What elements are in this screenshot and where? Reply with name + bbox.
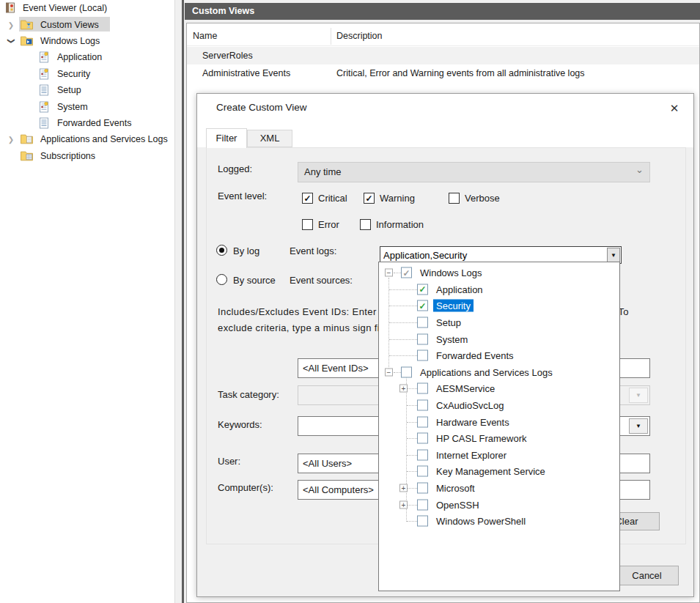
collapse-icon[interactable]: − [385, 368, 393, 376]
expand-icon[interactable]: + [399, 484, 408, 492]
tree-item-windows-powershell[interactable]: Windows PowerShell [379, 513, 619, 530]
pane-splitter[interactable] [182, 0, 184, 603]
error-label[interactable]: Error [318, 219, 339, 230]
tree-item-label[interactable]: Setup [436, 317, 461, 328]
tree-item-application[interactable]: ✓ Application [379, 281, 619, 298]
tree-item-key-management-service[interactable]: Key Management Service [379, 463, 619, 480]
expand-icon[interactable]: + [399, 385, 408, 393]
verbose-label[interactable]: Verbose [465, 193, 500, 204]
checkbox-setup[interactable] [417, 317, 428, 328]
checkbox-microsoft[interactable] [417, 483, 428, 494]
checkbox-security[interactable]: ✓ [417, 300, 428, 311]
tree-item-applications-services-logs[interactable]: − Applications and Services Logs [379, 364, 619, 381]
expand-icon[interactable]: + [399, 500, 408, 508]
checkbox-information[interactable] [360, 219, 371, 230]
tree-item-forwarded-events[interactable]: Forwarded Events [379, 347, 619, 364]
tree-item-label[interactable]: Key Management Service [436, 466, 545, 477]
tree-item-aesmservice[interactable]: + AESMService [379, 380, 619, 397]
tree-item-system[interactable]: System [0, 98, 174, 114]
tree-item-label[interactable]: Windows PowerShell [436, 516, 526, 527]
checkbox-application[interactable]: ✓ [417, 284, 428, 295]
dropdown-button[interactable]: ▼ [607, 248, 620, 262]
tree-item-microsoft[interactable]: + Microsoft [379, 480, 619, 497]
by-source-label[interactable]: By source [233, 275, 276, 286]
row-name: ServerRoles [202, 51, 253, 61]
logged-select[interactable]: Any time ⌄ [298, 162, 650, 182]
tree-item-label[interactable]: Applications and Services Logs [420, 366, 553, 377]
tree-item-windows-logs[interactable]: ❯ Windows Logs [0, 33, 174, 49]
checkbox-aesmservice[interactable] [417, 383, 428, 394]
checkbox-windows-powershell[interactable] [417, 516, 428, 527]
chevron-down-icon[interactable]: ❯ [7, 37, 15, 45]
tree-item-label[interactable]: OpenSSH [436, 499, 479, 510]
tab-xml[interactable]: XML [247, 130, 292, 147]
tree-item-custom-views[interactable]: ❯ Custom Views [0, 16, 174, 32]
radio-by-log[interactable] [216, 245, 227, 256]
column-divider[interactable] [331, 28, 331, 45]
cancel-button[interactable]: Cancel [615, 566, 679, 585]
tree-item-security[interactable]: Security [0, 66, 174, 82]
checkbox-hardware-events[interactable] [417, 416, 428, 427]
checkbox-hp-casl-framework[interactable] [417, 433, 428, 444]
tree-item-label[interactable]: Application [436, 284, 483, 295]
checkbox-error[interactable] [302, 219, 313, 230]
by-log-label[interactable]: By log [233, 245, 259, 256]
information-label[interactable]: Information [376, 219, 424, 230]
checkbox-openssh[interactable] [417, 499, 428, 510]
checkbox-verbose[interactable] [449, 193, 460, 204]
checkbox-apps-services-logs[interactable] [401, 366, 412, 377]
subscriptions-folder-icon [21, 150, 33, 162]
tree-item-hardware-events[interactable]: Hardware Events [379, 413, 619, 430]
checkbox-forwarded-events[interactable] [417, 350, 428, 361]
tree-item-label[interactable]: CxAudioSvcLog [436, 400, 504, 411]
checkbox-system[interactable] [417, 333, 428, 344]
event-logs-input[interactable] [380, 247, 612, 263]
tree-item-label[interactable]: Internet Explorer [436, 449, 506, 460]
chevron-right-icon[interactable]: ❯ [7, 136, 15, 144]
collapse-icon[interactable]: − [385, 269, 393, 277]
radio-by-source[interactable] [216, 274, 227, 285]
tab-filter[interactable]: Filter [206, 128, 247, 148]
column-header-name[interactable]: Name [193, 31, 217, 41]
chevron-right-icon[interactable]: ❯ [7, 21, 15, 29]
checkbox-key-management-service[interactable] [417, 466, 428, 477]
tree-item-label[interactable]: Windows Logs [420, 267, 482, 278]
tree-item-label[interactable]: Hardware Events [436, 416, 509, 427]
tree-item-event-viewer-root[interactable]: Event Viewer (Local) [0, 0, 174, 16]
tree-item-security[interactable]: ✓ Security [379, 297, 619, 314]
keywords-dropdown-button[interactable]: ▼ [629, 418, 648, 434]
checkbox-cxaudiosvclog[interactable] [417, 400, 428, 411]
tree-item-label: Security [57, 69, 90, 79]
close-icon[interactable]: ✕ [666, 100, 682, 116]
tree-item-internet-explorer[interactable]: Internet Explorer [379, 447, 619, 464]
checkbox-windows-logs[interactable]: ✓ [401, 267, 412, 278]
event-viewer-window: Event Viewer (Local) ❯ Custom Views ❯ Wi… [0, 0, 700, 603]
tree-item-label-selected[interactable]: Security [433, 300, 474, 312]
tree-item-subscriptions[interactable]: Subscriptions [0, 148, 174, 164]
tree-item-cxaudiosvclog[interactable]: CxAudioSvcLog [379, 397, 619, 414]
checkbox-critical[interactable]: ✓ [302, 193, 313, 204]
tree-item-windows-logs[interactable]: − ✓ Windows Logs [379, 264, 619, 281]
checkbox-internet-explorer[interactable] [417, 449, 428, 460]
tree-item-forwarded-events[interactable]: Forwarded Events [0, 115, 174, 131]
tree-item-system[interactable]: System [379, 330, 619, 347]
tree-item-label[interactable]: HP CASL Framework [436, 433, 527, 444]
checkbox-warning[interactable]: ✓ [364, 193, 375, 204]
results-pane-title: Custom Views [185, 3, 700, 20]
tree-item-application[interactable]: Application [0, 49, 174, 65]
tree-item-label[interactable]: Forwarded Events [436, 350, 514, 361]
tree-item-label[interactable]: System [436, 333, 468, 344]
tree-item-label[interactable]: AESMService [436, 383, 495, 394]
critical-label[interactable]: Critical [318, 193, 347, 204]
tree-item-label[interactable]: Microsoft [436, 483, 475, 494]
dropdown-arrow-icon: ▼ [611, 252, 616, 259]
table-row[interactable]: Administrative Events Critical, Error an… [187, 64, 699, 82]
tree-item-setup[interactable]: Setup [379, 314, 619, 331]
warning-label[interactable]: Warning [380, 193, 415, 204]
tree-item-openssh[interactable]: + OpenSSH [379, 496, 619, 513]
column-header-description[interactable]: Description [336, 31, 383, 41]
tree-item-hp-casl-framework[interactable]: HP CASL Framework [379, 430, 619, 447]
tree-item-setup[interactable]: Setup [0, 82, 174, 98]
table-row[interactable]: ServerRoles [187, 47, 699, 64]
tree-item-applications-services-logs[interactable]: ❯ Applications and Services Logs [0, 131, 174, 147]
